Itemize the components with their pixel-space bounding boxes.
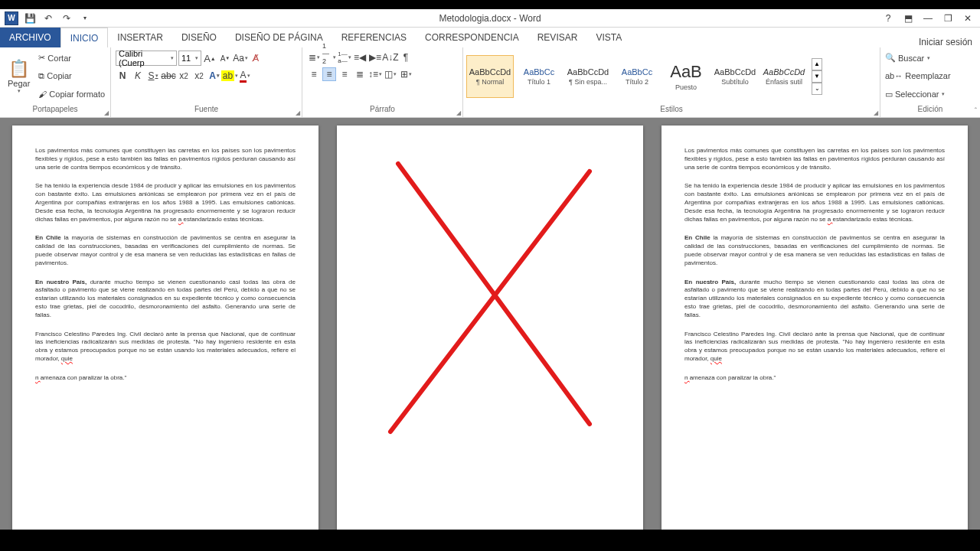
font-size-combo[interactable]: 11▾ (178, 51, 201, 66)
font-group-label: Fuente (194, 105, 218, 113)
restore-icon[interactable]: ❐ (939, 11, 957, 25)
tab-insert[interactable]: INSERTAR (108, 28, 172, 47)
help-icon[interactable]: ? (879, 11, 897, 25)
multilevel-icon[interactable]: 1—a—▾ (338, 51, 351, 64)
minimize-icon[interactable]: — (919, 11, 937, 25)
clipboard-group-label: Portapapeles (33, 105, 78, 113)
underline-button[interactable]: S▾ (146, 69, 160, 83)
style-t-tulo-1[interactable]: AaBbCcTítulo 1 (515, 55, 563, 98)
sign-in-link[interactable]: Iniciar sesión (919, 37, 980, 47)
select-icon: ▭ (885, 90, 893, 99)
collapse-ribbon-icon[interactable]: ˆ (975, 107, 977, 116)
style-puesto[interactable]: AaBPuesto (662, 55, 710, 98)
word-app-icon: W (5, 11, 18, 25)
increase-indent-icon[interactable]: ▶≡ (368, 51, 382, 64)
replace-icon: ab↔ (885, 71, 903, 80)
tab-design[interactable]: DISEÑO (172, 28, 226, 47)
borders-icon[interactable]: ⊞▾ (399, 67, 413, 81)
red-x-annotation (337, 126, 643, 530)
numbering-icon[interactable]: 1—2—▾ (322, 51, 336, 64)
tab-view[interactable]: VISTA (586, 28, 631, 47)
copy-button[interactable]: ⧉Copiar (37, 68, 106, 83)
font-color-icon[interactable]: A▾ (238, 69, 252, 83)
find-icon: 🔍 (885, 53, 896, 63)
format-painter-icon: 🖌 (38, 90, 47, 99)
shading-icon[interactable]: ◫▾ (384, 67, 397, 81)
page-middle (337, 126, 643, 530)
select-button[interactable]: ▭Seleccionar▾ (884, 86, 977, 102)
cut-icon: ✂ (38, 53, 45, 63)
gallery-down-icon[interactable]: ▼ (812, 70, 822, 83)
ribbon: 📋 Pegar ▾ ✂Cortar ⧉Copiar 🖌Copiar format… (0, 47, 980, 118)
italic-button[interactable]: K (131, 69, 145, 83)
titlebar: W 💾 ↶ ↷ ▾ Metodologia.docx - Word ? ⬒ — … (0, 9, 980, 28)
clear-format-icon[interactable]: A̸ (249, 51, 263, 65)
window-title: Metodologia.docx - Word (439, 13, 541, 24)
line-spacing-icon[interactable]: ↕≡▾ (368, 67, 382, 81)
style--normal[interactable]: AaBbCcDd¶ Normal (466, 55, 514, 98)
cut-button[interactable]: ✂Cortar (37, 51, 106, 66)
close-icon[interactable]: ✕ (959, 11, 977, 25)
bullets-icon[interactable]: ≣▾ (307, 51, 321, 64)
tab-pagelayout[interactable]: DISEÑO DE PÁGINA (226, 28, 332, 47)
text-effects-icon[interactable]: A▾ (207, 69, 221, 83)
tab-review[interactable]: REVISAR (528, 28, 587, 47)
svg-line-1 (390, 171, 590, 432)
tab-file[interactable]: ARCHIVO (0, 28, 60, 47)
align-center-icon[interactable]: ≡ (322, 67, 336, 81)
sort-icon[interactable]: A↓Z (384, 51, 397, 64)
paste-button[interactable]: 📋 Pegar ▾ (3, 49, 34, 103)
copy-icon: ⧉ (38, 71, 44, 81)
justify-icon[interactable]: ≣ (353, 67, 367, 81)
style--nfasis-sutil[interactable]: AaBbCcDdÉnfasis sutil (760, 55, 808, 98)
find-button[interactable]: 🔍Buscar▾ (884, 51, 977, 66)
highlight-icon[interactable]: ab▾ (223, 69, 237, 83)
format-painter-button[interactable]: 🖌Copiar formato (37, 86, 106, 102)
gallery-more-icon[interactable]: ⌄ (812, 83, 822, 95)
page-left: Los pavimentos más comunes que constituy… (12, 126, 318, 530)
paste-label: Pegar (8, 79, 30, 88)
styles-group-label: Estilos (660, 105, 682, 113)
qat-customize-icon[interactable]: ▾ (78, 11, 92, 25)
grow-font-icon[interactable]: A▲ (203, 51, 217, 65)
undo-icon[interactable]: ↶ (41, 11, 55, 25)
align-right-icon[interactable]: ≡ (338, 67, 351, 81)
redo-icon[interactable]: ↷ (60, 11, 74, 25)
subscript-button[interactable]: x2 (177, 69, 191, 83)
paste-icon: 📋 (8, 59, 29, 79)
ribbon-options-icon[interactable]: ⬒ (899, 11, 917, 25)
style--sin-espa-[interactable]: AaBbCcDd¶ Sin espa... (564, 55, 612, 98)
shrink-font-icon[interactable]: A▼ (218, 51, 232, 65)
paragraph-group-label: Párrafo (370, 105, 395, 113)
tab-home[interactable]: INICIO (60, 28, 109, 47)
replace-button[interactable]: ab↔Reemplazar (884, 68, 977, 83)
bold-button[interactable]: N (116, 69, 129, 83)
save-icon[interactable]: 💾 (23, 11, 37, 25)
strikethrough-button[interactable]: abc (162, 69, 175, 83)
clipboard-dialog-launcher-icon[interactable]: ◢ (104, 109, 109, 116)
document-area[interactable]: Los pavimentos más comunes que constituy… (0, 118, 980, 530)
editing-group-label: Edición (918, 105, 943, 113)
style-t-tulo-2[interactable]: AaBbCcTítulo 2 (613, 55, 661, 98)
gallery-up-icon[interactable]: ▲ (812, 58, 822, 70)
styles-dialog-launcher-icon[interactable]: ◢ (874, 109, 878, 116)
styles-gallery: AaBbCcDd¶ NormalAaBbCcTítulo 1AaBbCcDd¶ … (466, 55, 808, 98)
tab-references[interactable]: REFERENCIAS (332, 28, 416, 47)
change-case-icon[interactable]: Aa▾ (234, 51, 247, 65)
decrease-indent-icon[interactable]: ≡◀ (353, 51, 367, 64)
font-name-combo[interactable]: Calibri (Cuerp▾ (116, 51, 177, 66)
superscript-button[interactable]: x2 (192, 69, 206, 83)
align-left-icon[interactable]: ≡ (307, 67, 321, 81)
show-marks-icon[interactable]: ¶ (399, 51, 413, 64)
page-right: Los pavimentos más comunes que constituy… (662, 126, 968, 530)
tab-mailings[interactable]: CORRESPONDENCIA (416, 28, 528, 47)
style-subt-tulo[interactable]: AaBbCcDdSubtítulo (711, 55, 759, 98)
ribbon-tabs: ARCHIVO INICIO INSERTAR DISEÑO DISEÑO DE… (0, 28, 980, 47)
paragraph-dialog-launcher-icon[interactable]: ◢ (456, 109, 461, 116)
font-dialog-launcher-icon[interactable]: ◢ (296, 109, 300, 116)
